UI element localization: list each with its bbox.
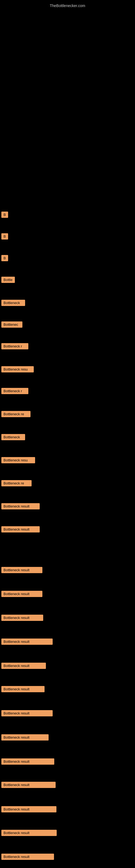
bottleneck-result-item[interactable]: Bottleneck result — [1, 663, 46, 669]
bottleneck-result-item[interactable]: Bottleneck — [1, 300, 25, 306]
bottleneck-result-item[interactable]: Bottleneck result — [1, 734, 49, 741]
bottleneck-result-item[interactable]: Bottleneck result — [1, 686, 45, 692]
bottleneck-result-item[interactable]: Bottleneck result — [1, 806, 56, 812]
bottleneck-result-item[interactable]: Bottleneck result — [1, 758, 54, 765]
bottleneck-result-item[interactable]: Bottleneck re — [1, 480, 32, 486]
bottleneck-result-item[interactable]: Bottleneck r — [1, 388, 28, 394]
bottleneck-result-item[interactable]: Bottleneck result — [1, 503, 40, 509]
bottleneck-result-item[interactable]: Bottleneck result — [1, 710, 53, 716]
bottleneck-result-item[interactable]: Bottleneck — [1, 434, 25, 440]
bottleneck-result-item[interactable]: Bottleneck result — [1, 830, 57, 836]
bottleneck-result-item[interactable]: Bottleneck result — [1, 591, 42, 597]
bottleneck-result-item[interactable]: Bottleneck re — [1, 411, 31, 417]
bottleneck-result-item[interactable]: B — [1, 255, 8, 261]
bottleneck-result-item[interactable]: Bottlenec — [1, 321, 22, 328]
bottleneck-result-item[interactable]: Bottleneck result — [1, 639, 53, 645]
bottleneck-result-item[interactable]: Bottleneck result — [1, 567, 42, 573]
bottleneck-result-item[interactable]: Bottleneck resu — [1, 457, 35, 463]
bottleneck-result-item[interactable]: Bottleneck result — [1, 615, 43, 621]
bottleneck-result-item[interactable]: Bottle — [1, 277, 15, 283]
bottleneck-result-item[interactable]: Bottleneck result — [1, 854, 54, 860]
bottleneck-result-item[interactable]: Bottleneck r — [1, 343, 28, 349]
bottleneck-result-item[interactable]: Bottleneck result — [1, 526, 40, 532]
bottleneck-result-item[interactable]: Bottleneck resu — [1, 366, 34, 372]
site-title: TheBottlenecker.com — [0, 1, 135, 10]
bottleneck-result-item[interactable]: Bottleneck result — [1, 782, 56, 788]
bottleneck-result-item[interactable]: B — [1, 233, 8, 240]
bottleneck-result-item[interactable]: B — [1, 212, 8, 218]
